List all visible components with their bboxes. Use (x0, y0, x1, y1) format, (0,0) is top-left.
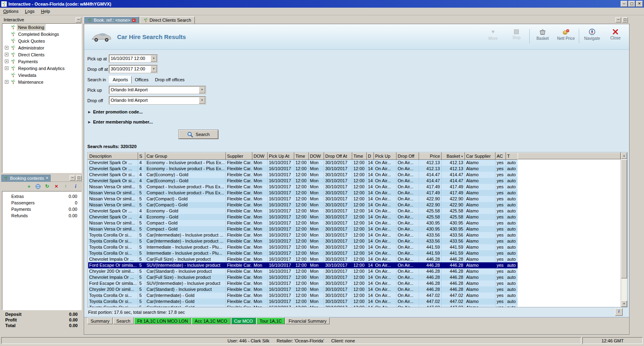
sidebar-item[interactable]: + Reporting and Analytics (2, 65, 81, 72)
minimize-icon[interactable]: ─ (615, 17, 621, 23)
tab-booking-ref[interactable]: Book. ref.: <none> ✕ (84, 16, 139, 24)
maximize-icon[interactable]: ▢ (622, 17, 628, 23)
booking-contents-row[interactable]: Payments 0.00 (2, 206, 81, 212)
section-tab[interactable]: Acc 1A,1C MCO (192, 317, 231, 324)
minimize-icon[interactable]: ─ (70, 175, 75, 181)
vertical-scrollbar[interactable]: ▲ ▼ (621, 152, 627, 307)
dropoff-select[interactable]: Orlando Intl Airport ▼ (109, 97, 206, 104)
column-header[interactable]: S (138, 153, 145, 160)
nett-price-button[interactable]: Nett Price (555, 27, 576, 42)
close-icon[interactable]: ✕ (45, 176, 48, 180)
info-icon[interactable]: i (73, 183, 78, 189)
column-header[interactable]: Drop Off At (324, 153, 352, 160)
section-tab[interactable]: Car MCO (231, 317, 256, 324)
sidebar-item[interactable]: + Completed Bookings (2, 31, 81, 37)
sidebar-item[interactable]: + New Booking (2, 24, 81, 31)
expand-plus-icon[interactable]: + (5, 46, 8, 49)
booking-contents-row[interactable]: Passengers 0 (2, 200, 81, 206)
booking-contents-tab[interactable]: Booking contents ✕ (1, 175, 51, 182)
maximize-icon[interactable]: ▢ (76, 175, 82, 181)
chevron-down-icon[interactable]: ▼ (151, 55, 157, 62)
column-header[interactable]: Pick Up At (268, 153, 294, 160)
column-header[interactable]: Supplier (226, 153, 252, 160)
section-tab[interactable]: Flt 1A,1C LON MCO LON (134, 317, 191, 324)
upload-icon[interactable]: ↑ (63, 183, 68, 189)
toolbar-separator (579, 29, 579, 43)
column-header[interactable]: D (367, 153, 374, 160)
cell-pickup-at: 16/10/2017 (268, 274, 294, 280)
column-header[interactable]: Pick Up (374, 153, 396, 160)
info-icon[interactable]: i (615, 308, 623, 316)
cell-ac: yes (495, 250, 506, 256)
scroll-down-icon[interactable]: ▼ (621, 301, 627, 307)
cell-dropoff-loc: On Air... (396, 184, 419, 190)
cell-transmission: auto (506, 256, 518, 262)
scroll-up-icon[interactable]: ▲ (621, 152, 627, 159)
pickup-select[interactable]: Orlando Intl Airport ▼ (109, 86, 206, 94)
menu-item[interactable]: Help (38, 8, 54, 14)
column-header[interactable]: Car Supplier (465, 153, 495, 160)
sidebar-item[interactable]: + Viewdata (2, 72, 81, 78)
column-header[interactable]: AC (495, 153, 506, 160)
column-header[interactable]: Car Group (145, 153, 226, 160)
column-header[interactable]: Drop Off (396, 153, 419, 160)
globe-icon[interactable] (35, 184, 41, 189)
sidebar-item[interactable]: + Maintenance (2, 78, 81, 85)
sidebar-item[interactable]: + Payments (2, 58, 81, 65)
sidebar-item[interactable]: + Quick Quotes (2, 37, 81, 44)
column-header[interactable]: DOW (252, 153, 268, 160)
dropoff-at-select[interactable]: 30/10/2017 12:00 ▼ (109, 65, 157, 73)
column-header[interactable]: T (506, 153, 518, 160)
column-header[interactable]: Basket (442, 153, 465, 160)
close-icon[interactable]: ✕ (636, 1, 643, 7)
search-in-tab[interactable]: Airports (109, 76, 132, 83)
tab-direct-clients-search[interactable]: Direct Clients Search (140, 16, 195, 24)
chevron-down-icon[interactable]: ▼ (199, 86, 205, 93)
expand-plus-icon[interactable]: + (5, 60, 8, 63)
delete-icon[interactable]: ✕ (54, 184, 59, 189)
booking-contents-row[interactable]: Extras 0.00 (2, 193, 81, 200)
section-tab[interactable]: Summary (87, 317, 113, 324)
search-in-tab[interactable]: Offices (132, 76, 152, 83)
expand-plus-icon[interactable]: + (5, 53, 8, 56)
promo-code-expander[interactable]: ▶ Enter promotion code... (88, 109, 629, 114)
section-tab[interactable]: Search (113, 317, 134, 324)
column-header[interactable]: Price (419, 153, 442, 160)
collapse-panel-icon[interactable]: ─ (76, 17, 81, 23)
maximize-icon[interactable]: ▢ (628, 1, 635, 7)
minimize-icon[interactable]: ─ (621, 1, 627, 7)
cell-dropoff-time: 12:00 (352, 256, 367, 262)
section-tab[interactable]: Tour 1A,1C (256, 317, 285, 324)
close-results-button[interactable]: Close (605, 27, 626, 41)
sidebar-item[interactable]: + Direct Clients (2, 51, 81, 58)
menu-item[interactable]: Options (0, 8, 22, 14)
column-header[interactable]: Description (88, 153, 138, 160)
more-button[interactable]: ▼ More (483, 27, 504, 42)
chevron-down-icon[interactable]: ▼ (151, 66, 157, 72)
navigate-button[interactable]: Navigate (582, 27, 603, 42)
menu-item[interactable]: Logs (22, 8, 38, 14)
section-tab[interactable]: Financial Summary (285, 317, 330, 324)
add-item-icon[interactable]: + (26, 183, 32, 189)
expand-plus-icon[interactable]: + (5, 66, 8, 70)
search-in-tab[interactable]: Drop off offices (152, 76, 188, 83)
pickup-at-select[interactable]: 16/10/2017 12:00 ▼ (109, 55, 157, 62)
membership-expander[interactable]: ▶ Enter membership number... (88, 119, 629, 124)
column-header[interactable]: DOW (309, 153, 324, 160)
refresh-icon[interactable]: ↻ (44, 183, 50, 189)
expand-plus-icon[interactable]: + (5, 80, 8, 84)
search-button[interactable]: Search (179, 130, 218, 139)
cell-days: 14 (367, 280, 374, 286)
column-header[interactable]: Time (294, 153, 309, 160)
stop-button[interactable]: Stop (506, 27, 527, 41)
scrollbar-thumb[interactable] (621, 159, 627, 278)
basket-button[interactable]: Basket (532, 27, 553, 42)
cell-price: 441.59 (419, 250, 442, 256)
column-header[interactable]: Time (352, 153, 367, 160)
chevron-down-icon[interactable]: ▼ (199, 97, 205, 104)
cell-supplier: Flexible Car... (226, 172, 252, 178)
cell-dow-pickup: Mon (252, 244, 268, 250)
tab-close-icon[interactable]: ✕ (132, 19, 136, 22)
sidebar-item[interactable]: + Administrator (2, 44, 81, 51)
booking-contents-row[interactable]: Refunds 0.00 (2, 212, 81, 219)
